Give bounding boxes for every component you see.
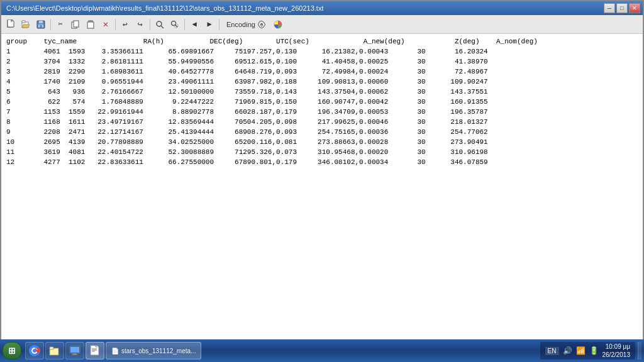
paste-button[interactable] (84, 18, 97, 31)
find-button[interactable] (153, 18, 167, 31)
open-button[interactable] (19, 18, 33, 31)
data-row-8: 8 1168 1611 23.49719167 12.83569444 7050… (6, 117, 638, 127)
system-clock[interactable]: 10:09 μμ 26/2/2013 (602, 343, 631, 359)
svg-rect-27 (72, 354, 78, 355)
undo-button[interactable]: ↩ (118, 18, 132, 31)
maximize-button[interactable]: □ (616, 3, 628, 13)
active-window-taskbar-button[interactable]: 📄 stars_obs_131112_meta... (106, 342, 201, 359)
volume-icon[interactable]: 🔊 (563, 346, 572, 355)
battery-icon[interactable]: 🔋 (589, 346, 599, 355)
svg-rect-11 (89, 21, 92, 22)
minimize-button[interactable]: ─ (604, 3, 615, 13)
clock-date: 26/2/2013 (602, 351, 631, 359)
svg-rect-23 (50, 348, 58, 355)
taskbar-explorer[interactable] (45, 342, 64, 359)
data-row-10: 10 2695 4139 20.77898889 34.02525000 652… (6, 137, 638, 147)
cut-button[interactable]: ✂ (53, 18, 67, 31)
sep2 (115, 19, 116, 30)
encoding-label: Encoding (226, 21, 255, 28)
svg-rect-10 (87, 22, 94, 28)
data-row-1: 1 4061 1593 3.35366111 65.69891667 75197… (6, 47, 638, 57)
svg-rect-6 (40, 25, 42, 28)
data-row-5: 5 643 936 2.76166667 12.50100000 73559.7… (6, 87, 638, 97)
taskbar-left: ⊞ 📄 stars_obs_131112_meta... (3, 342, 201, 359)
system-tray: EN 🔊 📶 🔋 10:09 μμ 26/2/2013 (540, 342, 635, 359)
taskbar-notepad[interactable] (86, 342, 104, 359)
svg-rect-2 (22, 21, 25, 23)
data-row-6: 6 622 574 1.76848889 9.22447222 71969.81… (6, 97, 638, 107)
sep3 (150, 19, 150, 30)
taskbar-right: EN 🔊 📶 🔋 10:09 μμ 26/2/2013 (540, 342, 641, 359)
svg-rect-26 (73, 353, 77, 354)
svg-point-14 (172, 21, 176, 25)
window-title: C:\Users\Elevct\Desktop\diplwmatikh\resu… (6, 4, 323, 12)
text-content[interactable]: group tyc_name RA(h) DEC(deg) UTC(sec) A… (1, 34, 643, 347)
language-indicator[interactable]: EN (545, 347, 559, 355)
color-picker-button[interactable] (271, 18, 285, 31)
next-button[interactable]: ▶ (203, 18, 216, 31)
data-row-7: 7 1153 1559 22.99161944 8.88902778 66028… (6, 107, 638, 117)
taskbar: ⊞ 📄 stars_obs_131112_meta... (0, 339, 644, 362)
svg-rect-4 (39, 21, 43, 23)
sep1 (50, 19, 51, 30)
svg-point-20 (33, 349, 36, 353)
encoding-button[interactable]: Encoding (222, 18, 270, 31)
delete-button[interactable]: ✕ (99, 18, 113, 31)
svg-point-12 (157, 21, 162, 26)
data-row-11: 11 3619 4081 22.40154722 52.30088889 712… (6, 147, 638, 157)
sep4 (184, 19, 185, 30)
data-row-2: 2 3704 1332 2.86181111 55.94990556 69512… (6, 57, 638, 67)
prev-button[interactable]: ◀ (187, 18, 201, 31)
network-icon[interactable]: 📶 (576, 346, 586, 355)
gear-icon (258, 21, 265, 28)
save-button[interactable] (34, 18, 48, 31)
header-line: group tyc_name RA(h) DEC(deg) UTC(sec) A… (6, 36, 638, 47)
active-window-title: stars_obs_131112_meta... (121, 348, 196, 354)
close-button[interactable]: ✕ (629, 3, 640, 13)
color-picker-icon (274, 20, 282, 29)
redo-button[interactable]: ↪ (133, 18, 147, 31)
taskbar-monitor[interactable] (65, 342, 84, 359)
data-row-12: 12 4277 1102 22.83633611 66.27550000 678… (6, 157, 638, 167)
toolbar: ✂ ✕ ↩ ↪ ◀ ▶ Encoding (1, 15, 643, 34)
data-row-3: 3 2819 2290 1.68983611 40.64527778 64648… (6, 67, 638, 77)
new-button[interactable] (4, 18, 18, 31)
clock-time: 10:09 μμ (606, 343, 630, 351)
taskbar-chrome[interactable] (25, 342, 44, 359)
find-replace-button[interactable] (168, 18, 182, 31)
main-window: C:\Users\Elevct\Desktop\diplwmatikh\resu… (0, 0, 644, 362)
data-row-4: 4 1740 2109 0.96551944 23.49061111 63987… (6, 77, 638, 87)
svg-line-15 (175, 25, 178, 27)
svg-line-13 (161, 26, 164, 28)
taskbar-apps (25, 342, 104, 359)
start-button[interactable]: ⊞ (3, 342, 21, 359)
title-bar: C:\Users\Elevct\Desktop\diplwmatikh\resu… (1, 1, 643, 15)
svg-rect-8 (74, 21, 79, 27)
data-row-9: 9 2208 2471 22.12714167 25.41394444 6890… (6, 127, 638, 137)
copy-button[interactable] (69, 18, 82, 31)
sep5 (219, 19, 219, 30)
svg-rect-25 (70, 347, 79, 353)
show-desktop-button[interactable] (638, 342, 641, 359)
window-controls: ─ □ ✕ (604, 3, 640, 13)
